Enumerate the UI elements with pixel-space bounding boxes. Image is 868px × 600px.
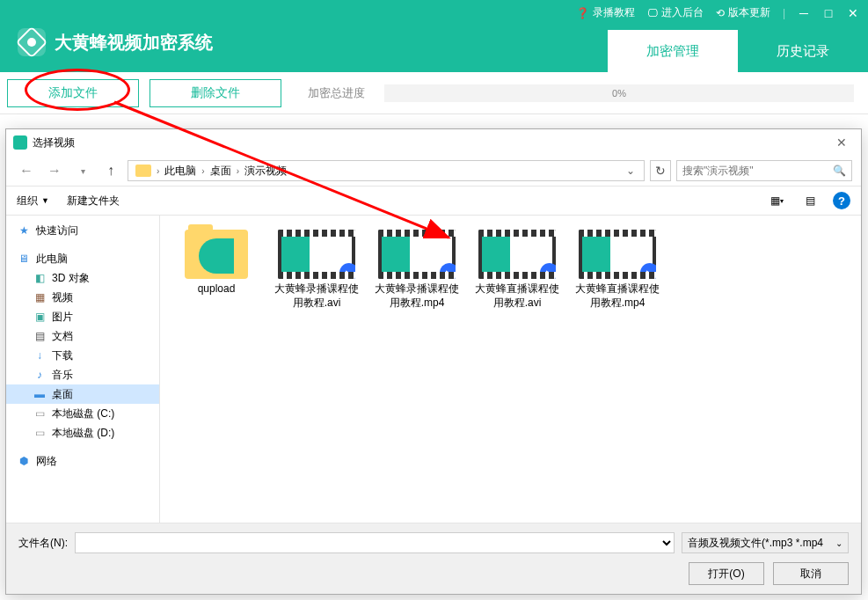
add-file-button[interactable]: 添加文件 [7,79,139,107]
nav-row: ← → ▾ ↑ › 此电脑 › 桌面 › 演示视频 ⌄ ↻ 🔍 [6,156,861,186]
tab-encrypt[interactable]: 加密管理 [608,30,738,72]
sidebar-pictures[interactable]: ▣ 图片 [6,307,159,326]
star-icon: ★ [17,224,31,237]
tutorial-label: 录播教程 [593,5,635,20]
nav-up-button[interactable]: ↑ [99,159,122,182]
breadcrumb-dropdown[interactable]: ⌄ [621,165,640,177]
video-icon: ▦ [33,291,47,304]
sidebar-videos[interactable]: ▦ 视频 [6,288,159,307]
search-box[interactable]: 🔍 [676,160,852,181]
filename-input[interactable] [75,532,675,553]
dialog-footer: 文件名(N): 音频及视频文件(*.mp3 *.mp4 ⌄ 打开(O) 取消 [6,523,861,594]
tab-history[interactable]: 历史记录 [738,30,868,72]
delete-file-button[interactable]: 删除文件 [150,79,281,107]
nav-back-button[interactable]: ← [15,159,38,182]
network-icon: ⬢ [17,455,31,467]
app-title: 大黄蜂视频加密系统 [55,31,213,55]
new-folder-button[interactable]: 新建文件夹 [67,194,120,209]
sidebar-quick-access[interactable]: ★ 快速访问 [6,221,159,240]
chevron-down-icon: ▼ [41,196,49,205]
sidebar-label: 3D 对象 [52,271,90,286]
sidebar-label: 此电脑 [36,252,68,267]
sidebar-desktop[interactable]: ▬ 桌面 [6,384,159,404]
toolbar: 添加文件 删除文件 加密总进度 0% [0,72,868,114]
dialog-icon [13,135,27,150]
file-item-video[interactable]: ▶ 大黄蜂录播课程使用教程.avi [274,230,359,310]
sidebar-label: 桌面 [52,387,73,402]
files-pane[interactable]: qupload ▶ 大黄蜂录播课程使用教程.avi ▶ 大黄蜂录播课程使用教程.… [160,216,861,523]
video-badge-icon: ▶ [440,263,456,279]
nav-forward-button[interactable]: → [43,159,66,182]
sidebar-label: 视频 [52,290,73,305]
video-thumbnail: ▶ [278,230,355,279]
desktop-icon: ▬ [33,388,47,400]
app-header: ❓ 录播教程 🖵 进入后台 ⟲ 版本更新 | ─ □ ✕ 大黄蜂视频加密系统 加… [0,0,868,72]
document-icon: ▤ [33,330,47,342]
open-button[interactable]: 打开(O) [689,562,764,585]
backend-label: 进入后台 [661,5,704,20]
sidebar-label: 网络 [36,454,57,469]
view-small-button[interactable]: ▦▾ [766,192,787,209]
tutorial-link[interactable]: ❓ 录播教程 [576,5,635,20]
crumb-desktop[interactable]: 桌面 [207,164,235,179]
dialog-close-button[interactable]: ✕ [829,134,854,151]
dialog-titlebar: 选择视频 ✕ [6,129,861,156]
file-item-video[interactable]: ▶ 大黄蜂录播课程使用教程.mp4 [375,230,459,310]
search-icon: 🔍 [833,165,846,177]
sidebar-label: 快速访问 [36,223,78,238]
progress-label: 加密总进度 [308,85,365,101]
sidebar: ★ 快速访问 🖥 此电脑 ◧ 3D 对象 ▦ 视频 ▣ 图片 ▤ 文 [6,216,160,523]
help-icon: ❓ [576,7,589,19]
file-item-folder[interactable]: qupload [174,230,259,310]
nav-recent-button[interactable]: ▾ [71,159,94,182]
organize-button[interactable]: 组织 ▼ [17,194,49,209]
dialog-title: 选择视频 [33,135,75,150]
video-badge-icon: ▶ [540,263,556,279]
folder-icon [135,165,151,177]
app-logo-icon [18,28,46,56]
close-button[interactable]: ✕ [847,7,859,19]
sidebar-this-pc[interactable]: 🖥 此电脑 [6,249,159,268]
picture-icon: ▣ [33,311,47,323]
video-thumbnail: ▶ [478,230,556,279]
update-link[interactable]: ⟲ 版本更新 [716,5,770,20]
filetype-select[interactable]: 音频及视频文件(*.mp3 *.mp4 ⌄ [682,532,849,553]
download-icon: ↓ [33,349,47,362]
crumb-pc[interactable]: 此电脑 [161,164,200,179]
backend-link[interactable]: 🖵 进入后台 [647,5,704,20]
cancel-button[interactable]: 取消 [773,562,849,585]
progress-bar: 0% [384,84,854,102]
chevron-right-icon: › [237,166,239,176]
file-label: qupload [198,282,236,296]
crumb-folder[interactable]: 演示视频 [241,164,290,179]
search-input[interactable] [682,165,833,177]
sidebar-downloads[interactable]: ↓ 下载 [6,346,159,365]
video-thumbnail: ▶ [378,230,456,279]
view-large-button[interactable]: ▤ [799,192,821,209]
progress-value: 0% [612,88,626,99]
help-button[interactable]: ? [833,192,850,209]
filename-row: 文件名(N): 音频及视频文件(*.mp3 *.mp4 ⌄ [18,532,849,553]
sidebar-network[interactable]: ⬢ 网络 [6,451,159,471]
organize-row: 组织 ▼ 新建文件夹 ▦▾ ▤ ? [6,186,861,216]
chevron-right-icon: › [201,166,204,176]
sidebar-documents[interactable]: ▤ 文档 [6,326,159,346]
chevron-down-icon: ⌄ [835,538,842,548]
cube-icon: ◧ [33,272,47,284]
sidebar-disk-d[interactable]: ▭ 本地磁盘 (D:) [6,423,159,443]
refresh-button[interactable]: ↻ [650,160,671,181]
file-item-video[interactable]: ▶ 大黄蜂直播课程使用教程.avi [475,230,559,310]
minimize-button[interactable]: ─ [798,7,810,19]
dialog-body: ★ 快速访问 🖥 此电脑 ◧ 3D 对象 ▦ 视频 ▣ 图片 ▤ 文 [6,216,861,523]
video-badge-icon: ▶ [640,263,656,279]
header-top-links: ❓ 录播教程 🖵 进入后台 ⟲ 版本更新 | ─ □ ✕ [576,5,859,20]
sidebar-music[interactable]: ♪ 音乐 [6,365,159,384]
file-item-video[interactable]: ▶ 大黄蜂直播课程使用教程.mp4 [575,230,660,310]
file-label: 大黄蜂直播课程使用教程.avi [475,282,559,310]
video-badge-icon: ▶ [339,263,355,279]
refresh-icon: ⟲ [716,7,725,19]
sidebar-disk-c[interactable]: ▭ 本地磁盘 (C:) [6,404,159,423]
sidebar-3d-objects[interactable]: ◧ 3D 对象 [6,268,159,288]
maximize-button[interactable]: □ [822,7,835,19]
breadcrumb[interactable]: › 此电脑 › 桌面 › 演示视频 ⌄ [128,160,645,181]
